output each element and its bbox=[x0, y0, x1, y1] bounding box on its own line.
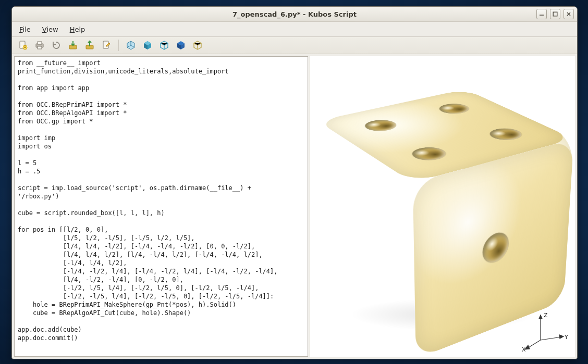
svg-rect-0 bbox=[553, 12, 557, 16]
menu-view[interactable]: View bbox=[41, 24, 59, 34]
split-pane: from __future__ import print_function,di… bbox=[12, 54, 577, 359]
edit-icon bbox=[101, 40, 112, 51]
svg-marker-12 bbox=[559, 335, 564, 338]
svg-rect-4 bbox=[38, 42, 42, 44]
minimize-button[interactable] bbox=[536, 9, 547, 19]
axis-gizmo: Z Y X bbox=[520, 311, 570, 353]
close-button[interactable] bbox=[564, 9, 574, 19]
view-hiddenline-button[interactable] bbox=[174, 39, 188, 52]
pip bbox=[483, 126, 528, 142]
print-icon bbox=[34, 40, 45, 51]
axis-label-y: Y bbox=[564, 334, 568, 341]
view-wireframe-button[interactable] bbox=[157, 39, 171, 52]
window-controls bbox=[536, 9, 574, 19]
view-shaded-button[interactable] bbox=[124, 39, 138, 52]
code-text[interactable]: from __future__ import print_function,di… bbox=[15, 57, 308, 344]
cube-bbox-icon bbox=[192, 40, 203, 51]
menubar: File View Help bbox=[12, 22, 577, 37]
pip bbox=[359, 118, 402, 133]
export-icon bbox=[84, 40, 95, 51]
app-window: 7_openscad_6.py* - Kubos Script File Vie… bbox=[11, 6, 578, 359]
pip bbox=[406, 145, 452, 162]
svg-rect-5 bbox=[38, 46, 42, 49]
cube-solid-icon bbox=[142, 40, 153, 51]
import-button[interactable] bbox=[66, 39, 80, 52]
cube-hidden-icon bbox=[176, 40, 186, 51]
new-file-button[interactable] bbox=[16, 39, 30, 52]
pip bbox=[482, 229, 509, 267]
maximize-icon bbox=[553, 11, 558, 17]
viewport-3d[interactable]: Z Y X bbox=[310, 56, 575, 357]
desktop-background: 7_openscad_6.py* - Kubos Script File Vie… bbox=[0, 0, 588, 364]
menu-help[interactable]: Help bbox=[69, 24, 87, 34]
view-bbox-button[interactable] bbox=[191, 39, 204, 52]
close-icon bbox=[566, 11, 571, 17]
edit-source-button[interactable] bbox=[100, 39, 113, 52]
import-icon bbox=[68, 40, 78, 51]
refresh-icon bbox=[51, 40, 62, 51]
view-solid-button[interactable] bbox=[141, 39, 154, 52]
toolbar bbox=[12, 37, 577, 54]
toolbar-separator bbox=[118, 40, 119, 51]
window-title: 7_openscad_6.py* - Kubos Script bbox=[12, 10, 577, 18]
svg-marker-10 bbox=[539, 315, 542, 319]
cube-shaded-icon bbox=[126, 40, 136, 51]
maximize-button[interactable] bbox=[550, 9, 560, 19]
axis-label-x: X bbox=[522, 346, 526, 353]
menu-file[interactable]: File bbox=[18, 24, 32, 34]
new-file-icon bbox=[18, 40, 28, 51]
minimize-icon bbox=[539, 11, 544, 17]
cube-wire-icon bbox=[159, 40, 169, 51]
dice-model bbox=[361, 112, 516, 315]
refresh-button[interactable] bbox=[50, 39, 63, 52]
axis-label-z: Z bbox=[544, 312, 548, 319]
print-button[interactable] bbox=[33, 39, 46, 52]
titlebar[interactable]: 7_openscad_6.py* - Kubos Script bbox=[12, 7, 577, 22]
svg-line-11 bbox=[541, 337, 561, 340]
code-editor[interactable]: from __future__ import print_function,di… bbox=[14, 56, 308, 357]
pip bbox=[434, 102, 475, 116]
export-button[interactable] bbox=[83, 39, 96, 52]
